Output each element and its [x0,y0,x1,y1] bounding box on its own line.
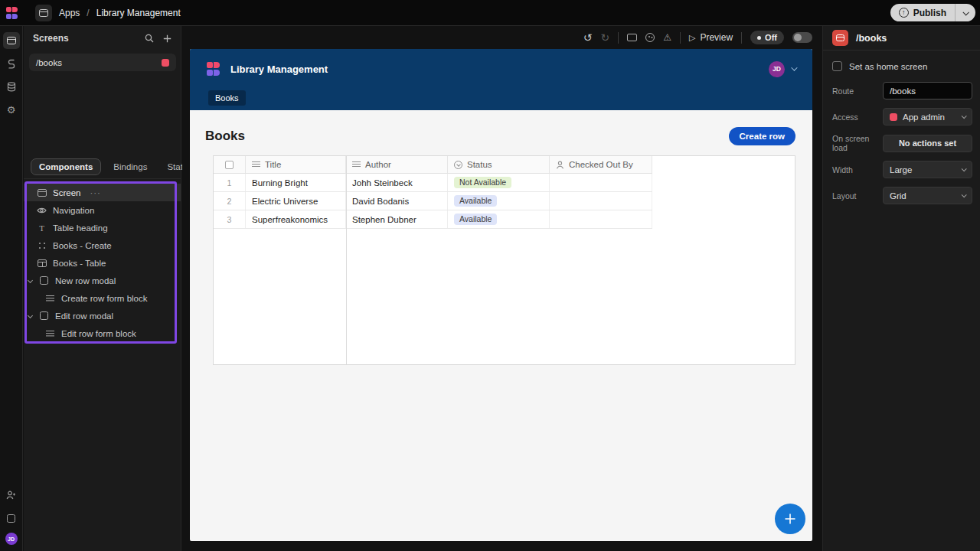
breadcrumb-apps-link[interactable]: Apps [59,8,80,18]
cell-status[interactable]: Available [448,210,550,228]
left-rail: ⚙ JD [0,26,23,551]
rail-invite-users-button[interactable] [3,487,20,504]
tree-item-label: New row modal [55,276,116,285]
access-role-badge [162,59,169,67]
text-icon: T [39,223,44,233]
tree-item-books-create[interactable]: Books - Create [24,236,181,254]
table-row[interactable]: 2 Electric Universe David Bodanis Availa… [214,192,795,210]
cell-status[interactable]: Not Available [448,174,550,191]
device-frame-icon [7,514,15,523]
breadcrumb-separator: / [87,8,89,18]
screen-size-button[interactable] [627,34,637,41]
top-bar: Apps / Library Management ↑ Publish [0,0,980,26]
more-options-icon[interactable]: ··· [90,188,101,197]
on-screen-load-label: On screen load [832,134,883,152]
theme-button[interactable] [645,33,655,42]
invite-user-icon [6,491,16,500]
breadcrumb-app-name: Library Management [96,8,181,18]
tree-item-edit-row-form-block[interactable]: Edit row form block [24,324,181,342]
status-dot-icon [757,36,761,40]
settings-panel-title: /books [856,33,887,44]
column-header-title[interactable]: Title [246,156,346,173]
undo-button[interactable]: ↺ [583,32,593,43]
set-home-screen-row[interactable]: Set as home screen [832,61,972,71]
cell-title[interactable]: Burning Bright [246,174,346,191]
chevron-down-icon[interactable] [791,64,797,70]
play-icon: ▷ [689,33,695,43]
chevron-down-icon[interactable] [28,313,33,318]
tree-item-edit-row-modal[interactable]: Edit row modal [24,307,181,324]
screen-list-item-books[interactable]: /books [29,54,176,71]
column-header-author[interactable]: Author [346,156,448,173]
app-nav-header: Library Management JD Books [190,49,812,110]
errors-icon[interactable]: ⚠ [663,33,671,42]
tree-item-create-row-form-block[interactable]: Create row form block [24,289,181,307]
database-icon [7,82,16,92]
select-all-checkbox[interactable] [214,156,246,173]
publish-dropdown-button[interactable] [956,4,975,21]
add-screen-icon[interactable] [163,34,172,43]
cell-checked-out-by[interactable] [550,174,652,191]
table-row[interactable]: 1 Burning Bright Johh Steinbeck Not Avai… [214,174,795,192]
app-user-avatar[interactable]: JD [769,61,785,77]
tree-item-navigation[interactable]: Navigation [24,201,181,219]
cell-checked-out-by[interactable] [550,192,652,210]
add-row-fab-button[interactable] [775,504,805,534]
tab-bindings[interactable]: Bindings [106,159,155,174]
cell-author[interactable]: Johh Steinbeck [346,174,448,191]
user-avatar[interactable]: JD [5,533,18,545]
tree-item-screen[interactable]: Screen ··· [24,184,181,201]
table-row[interactable]: 3 Superfreakonomics Stephen Dubner Avail… [214,210,795,229]
cell-status[interactable]: Available [448,192,550,210]
cell-title[interactable]: Superfreakonomics [246,210,346,228]
tree-item-label: Edit row modal [55,311,113,321]
rail-settings-tab[interactable]: ⚙ [3,101,20,118]
nav-link-books[interactable]: Books [208,90,246,106]
tree-item-new-row-modal[interactable]: New row modal [24,272,181,289]
column-header-checked-out-by[interactable]: Checked Out By [550,156,652,173]
on-screen-load-button[interactable]: No actions set [883,135,972,152]
preview-button[interactable]: ▷ Preview [689,32,733,43]
search-icon[interactable] [145,34,154,43]
tree-item-table-heading[interactable]: T Table heading [24,219,181,236]
cell-author[interactable]: Stephen Dubner [346,210,448,228]
table-header-row: Title Author Status [214,156,795,174]
create-row-button[interactable]: Create row [729,127,795,145]
chevron-down-icon[interactable] [28,278,33,283]
app-window-icon [35,5,52,21]
row-number: 1 [214,174,246,191]
access-select[interactable]: App admin [883,108,972,126]
redo-button[interactable]: ↻ [600,32,609,43]
route-label: Route [832,86,883,96]
route-input[interactable] [883,82,972,99]
rail-automations-tab[interactable] [3,55,20,72]
status-badge: Not Available [454,177,511,189]
app-name: Library Management [230,64,328,75]
tree-item-books-table[interactable]: Books - Table [24,254,181,272]
rail-mobile-preview-button[interactable] [3,510,20,527]
layout-select[interactable]: Grid [883,187,972,204]
cell-author[interactable]: David Bodanis [346,192,448,210]
user-column-icon [556,161,564,169]
cell-title[interactable]: Electric Universe [246,192,346,210]
rail-design-tab[interactable] [3,32,20,49]
cell-checked-out-by[interactable] [550,210,652,228]
width-select[interactable]: Large [883,161,972,178]
publish-button[interactable]: ↑ Publish [890,4,955,21]
home-screen-checkbox[interactable] [832,61,842,71]
rail-data-tab[interactable] [3,78,20,95]
column-header-status[interactable]: Status [448,156,550,173]
plus-icon [784,513,796,525]
live-toggle[interactable] [792,32,812,43]
tree-item-label: Edit row form block [61,329,136,338]
app-logo-icon [207,62,221,76]
tab-components[interactable]: Components [31,158,101,175]
modal-icon [40,276,48,285]
budibase-logo-icon[interactable] [6,7,19,19]
budibase-builder: Apps / Library Management ↑ Publish [0,0,980,551]
automation-icon [7,59,16,69]
sticky-column-divider [346,156,347,364]
app-page-body: Books Create row Title [190,110,812,541]
publish-label: Publish [913,8,946,18]
eye-icon [37,207,47,214]
